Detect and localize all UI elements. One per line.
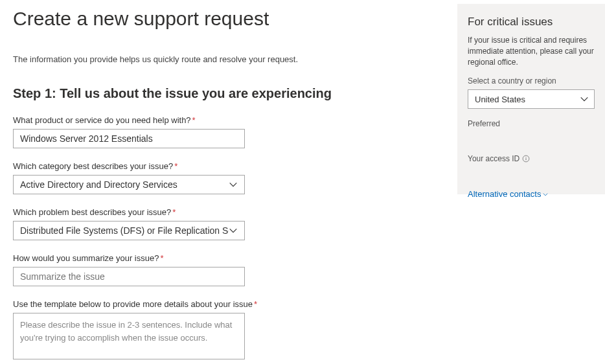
details-label-text: Use the template below to provide more d… xyxy=(13,299,253,309)
country-select[interactable]: United States xyxy=(468,89,595,109)
chevron-down-icon xyxy=(229,180,238,189)
summary-label-text: How would you summarize your issue? xyxy=(13,253,159,263)
required-marker: * xyxy=(174,161,177,171)
product-group: What product or service do you need help… xyxy=(13,115,444,148)
product-input[interactable] xyxy=(13,129,245,148)
sidebar: For critical issues If your issue is cri… xyxy=(457,4,605,194)
category-select[interactable]: Active Directory and Directory Services xyxy=(13,175,245,194)
product-label: What product or service do you need help… xyxy=(13,115,444,125)
product-label-text: What product or service do you need help… xyxy=(13,115,191,125)
category-label-text: Which category best describes your issue… xyxy=(13,161,173,171)
page-title: Create a new support request xyxy=(13,8,444,30)
category-value: Active Directory and Directory Services xyxy=(20,179,229,190)
step-title: Step 1: Tell us about the issue you are … xyxy=(13,86,444,101)
problem-group: Which problem best describes your issue?… xyxy=(13,207,444,240)
problem-label: Which problem best describes your issue?… xyxy=(13,207,444,217)
required-marker: * xyxy=(160,253,163,263)
country-value: United States xyxy=(475,95,525,104)
info-icon[interactable] xyxy=(522,155,530,163)
details-label: Use the template below to provide more d… xyxy=(13,299,444,309)
main-content: Create a new support request The informa… xyxy=(0,0,457,364)
country-label: Select a country or region xyxy=(468,76,595,85)
preferred-label: Preferred xyxy=(468,119,595,128)
details-group: Use the template below to provide more d… xyxy=(13,299,444,359)
chevron-down-icon xyxy=(580,95,589,104)
alternative-contacts-link[interactable]: Alternative contacts xyxy=(468,189,595,199)
required-marker: * xyxy=(254,299,257,309)
chevron-down-icon xyxy=(542,191,549,198)
category-group: Which category best describes your issue… xyxy=(13,161,444,194)
required-marker: * xyxy=(172,207,176,217)
sidebar-title: For critical issues xyxy=(468,16,595,28)
alt-contacts-text: Alternative contacts xyxy=(468,189,541,199)
summary-label: How would you summarize your issue?* xyxy=(13,253,444,263)
summary-input[interactable] xyxy=(13,267,245,286)
problem-label-text: Which problem best describes your issue? xyxy=(13,207,171,217)
access-id-label: Your access ID xyxy=(468,154,519,163)
details-textarea[interactable]: Please describe the issue in 2-3 sentenc… xyxy=(13,313,245,359)
problem-select[interactable]: Distributed File Systems (DFS) or File R… xyxy=(13,221,245,240)
chevron-down-icon xyxy=(229,226,238,235)
required-marker: * xyxy=(192,115,196,125)
svg-point-2 xyxy=(526,157,527,158)
summary-group: How would you summarize your issue?* xyxy=(13,253,444,286)
problem-value: Distributed File Systems (DFS) or File R… xyxy=(20,225,229,236)
sidebar-desc: If your issue is critical and requires i… xyxy=(468,35,595,67)
intro-text: The information you provide helps us qui… xyxy=(13,54,444,64)
access-id-row: Your access ID xyxy=(468,154,595,163)
category-label: Which category best describes your issue… xyxy=(13,161,444,171)
